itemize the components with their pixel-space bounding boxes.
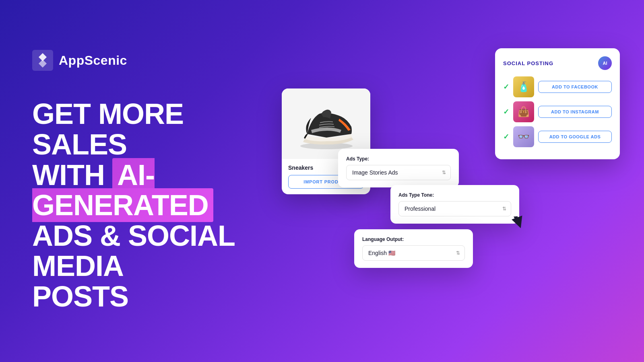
add-to-facebook-button[interactable]: ADD TO FACEBOOK bbox=[538, 81, 612, 93]
ads-tone-label: Ads Type Tone: bbox=[398, 192, 511, 198]
language-select[interactable]: English 🇺🇸 Spanish French German Italian bbox=[362, 245, 465, 261]
product-thumb-bag: 👜 bbox=[513, 101, 534, 122]
ads-tone-select-wrapper[interactable]: Professional Casual Friendly Humorous Se… bbox=[398, 201, 511, 216]
language-label: Language Output: bbox=[362, 237, 465, 242]
ads-type-label: Ads Type: bbox=[346, 156, 451, 162]
headline-line1: GET MORE SALES bbox=[32, 99, 242, 160]
ads-tone-card: Ads Type Tone: Professional Casual Frien… bbox=[390, 185, 519, 224]
sneaker-image bbox=[291, 95, 361, 153]
ai-badge: AI bbox=[598, 56, 612, 70]
social-posting-title: SOCIAL POSTING bbox=[503, 60, 553, 66]
headline: GET MORE SALES WITH AI-GENERATED ADS & S… bbox=[32, 99, 242, 312]
product-thumb-glasses: 👓 bbox=[513, 126, 534, 147]
left-section: AppScenic GET MORE SALES WITH AI-GENERAT… bbox=[0, 26, 274, 336]
ads-tone-select[interactable]: Professional Casual Friendly Humorous Se… bbox=[398, 201, 511, 216]
right-section: SOCIAL POSTING AI ✓ 🧴 ADD TO FACEBOOK ✓ … bbox=[274, 0, 644, 362]
product-image-area bbox=[282, 88, 370, 159]
check-icon-google: ✓ bbox=[503, 132, 509, 141]
product-thumb-perfume: 🧴 bbox=[513, 76, 534, 97]
background: AppScenic GET MORE SALES WITH AI-GENERAT… bbox=[0, 0, 644, 362]
add-to-instagram-button[interactable]: ADD TO INSTAGRAM bbox=[538, 106, 612, 118]
appscenic-logo-icon bbox=[32, 50, 53, 71]
social-row-google: ✓ 👓 ADD TO GOOGLE ADS bbox=[503, 126, 612, 147]
headline-line3: ADS & SOCIAL MEDIA bbox=[32, 221, 242, 282]
language-select-wrapper[interactable]: English 🇺🇸 Spanish French German Italian bbox=[362, 245, 465, 261]
social-row-facebook: ✓ 🧴 ADD TO FACEBOOK bbox=[503, 76, 612, 97]
headline-line2: WITH AI-GENERATED bbox=[32, 160, 242, 221]
ads-type-select[interactable]: Image Stories Ads Video Ads Carousel Ads… bbox=[346, 165, 451, 180]
mouse-cursor bbox=[512, 216, 526, 230]
check-icon-facebook: ✓ bbox=[503, 82, 509, 91]
check-icon-instagram: ✓ bbox=[503, 107, 509, 116]
logo-area: AppScenic bbox=[32, 50, 242, 71]
ads-type-select-wrapper[interactable]: Image Stories Ads Video Ads Carousel Ads… bbox=[346, 165, 451, 180]
social-posting-header: SOCIAL POSTING AI bbox=[503, 56, 612, 70]
brand-name: AppScenic bbox=[59, 53, 127, 68]
ads-type-card: Ads Type: Image Stories Ads Video Ads Ca… bbox=[338, 149, 459, 187]
social-row-instagram: ✓ 👜 ADD TO INSTAGRAM bbox=[503, 101, 612, 122]
headline-line4: POSTS bbox=[32, 282, 242, 312]
language-card: Language Output: English 🇺🇸 Spanish Fren… bbox=[354, 229, 473, 268]
add-to-google-button[interactable]: ADD TO GOOGLE ADS bbox=[538, 131, 612, 143]
social-posting-card: SOCIAL POSTING AI ✓ 🧴 ADD TO FACEBOOK ✓ … bbox=[495, 48, 620, 159]
